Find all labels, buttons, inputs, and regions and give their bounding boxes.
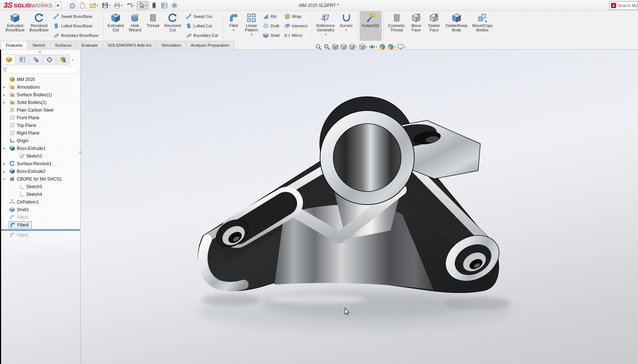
tree-item-fillet4[interactable]: Fillet4 xyxy=(0,221,80,229)
view-settings-dropdown-caret[interactable]: ▾ xyxy=(404,46,406,49)
thread-button[interactable]: Thread xyxy=(144,11,162,40)
expand-arrow-down[interactable]: ▾ xyxy=(3,175,5,183)
swept-cut-button[interactable]: Swept Cut xyxy=(184,13,219,20)
tree-item-sketch1[interactable]: Sketch1 xyxy=(0,152,80,160)
move-face-button[interactable]: Move Face xyxy=(407,11,425,40)
boundary-boss-base-button[interactable]: Boundary Boss/Base xyxy=(52,32,100,39)
delete-keep-body-button[interactable]: Delete/Keep Body xyxy=(443,11,470,40)
tree-item-boss-extrude1[interactable]: ▾Boss-Extrude1 xyxy=(0,144,80,152)
move-copy-bodies-button[interactable]: Move/Copy Bodies xyxy=(470,11,495,40)
extruded-boss-base-button[interactable]: Extruded Boss/Base xyxy=(3,11,27,40)
section-view-button[interactable] xyxy=(331,43,339,51)
revolved-boss-base-button[interactable]: Revolved Boss/Base xyxy=(27,11,51,40)
fillet-dropdown-caret[interactable]: ▾ xyxy=(233,28,234,32)
curves-button[interactable]: Curves▾ xyxy=(338,11,355,40)
fillet-button[interactable]: Fillet▾ xyxy=(225,11,242,40)
tree-item-plain-carbon-steel[interactable]: Plain Carbon Steel xyxy=(0,106,80,114)
panel-tab-configurationmanager[interactable] xyxy=(29,55,43,65)
expand-arrow-right[interactable]: ▸ xyxy=(3,98,5,106)
print-dropdown-caret[interactable]: ▾ xyxy=(121,4,123,7)
expand-arrow-right[interactable]: ▸ xyxy=(3,167,5,175)
tree-item-right-plane[interactable]: Right Plane xyxy=(0,129,80,137)
view-settings-button[interactable]: ▾ xyxy=(397,43,406,51)
search-box[interactable]: Search MySolid xyxy=(609,1,638,10)
display-style-button[interactable]: ▾ xyxy=(348,43,358,51)
panel-tab-displaymanager[interactable] xyxy=(56,55,70,65)
delete-face-button[interactable]: Delete Face xyxy=(425,11,443,40)
curves-dropdown-caret[interactable]: ▾ xyxy=(345,28,347,32)
tree-item-top-plane[interactable]: Top Plane xyxy=(0,121,80,129)
panel-resize-handle[interactable] xyxy=(79,151,82,154)
mirror-button[interactable]: Mirror xyxy=(283,32,309,39)
tree-item-solid-bodies-1[interactable]: ▸Solid Bodies(1) xyxy=(0,98,80,106)
select-dropdown-caret[interactable]: ▾ xyxy=(146,4,147,7)
search-input[interactable]: Search MySolid xyxy=(618,3,638,8)
new-document-button[interactable] xyxy=(78,1,87,10)
save-button[interactable]: ▾ xyxy=(100,1,112,10)
rib-button[interactable]: Rib xyxy=(261,13,281,20)
hide-show-items-button[interactable]: ▾ xyxy=(368,43,378,51)
expand-arrow-right[interactable]: ▸ xyxy=(3,160,5,167)
apply-scene-button[interactable]: ▾ xyxy=(387,43,396,51)
tree-item-sketch3[interactable]: Sketch3 xyxy=(0,183,80,190)
tree-item-origin[interactable]: Origin xyxy=(0,137,80,144)
hole-wizard-button[interactable]: Hole Wizard xyxy=(126,11,144,40)
tree-filter[interactable] xyxy=(1,66,78,74)
extruded-cut-button[interactable]: Extruded Cut xyxy=(105,11,126,40)
tab-features[interactable]: Features xyxy=(1,41,27,49)
lofted-cut-button[interactable]: Lofted Cut xyxy=(184,22,219,30)
3d-part-model[interactable] xyxy=(198,97,507,293)
linear-pattern-dropdown-caret[interactable]: ▾ xyxy=(251,33,252,36)
rollback-bar[interactable] xyxy=(0,229,80,231)
reference-geometry-dropdown-caret[interactable]: ▾ xyxy=(325,33,326,36)
tree-item-boss-extrude2[interactable]: ▸Boss-Extrude2 xyxy=(0,167,80,175)
panel-splitter-handle[interactable] xyxy=(39,51,41,53)
view-cube-dropdown-caret[interactable]: ▾ xyxy=(366,46,368,49)
select-button[interactable]: ▾ xyxy=(137,1,149,10)
save-dropdown-caret[interactable]: ▾ xyxy=(109,4,111,7)
tab-analysis-preparation[interactable]: Analysis Preparation xyxy=(186,41,234,49)
rebuild-button[interactable] xyxy=(149,1,159,10)
panel-tab-featuremanager-design-tree[interactable] xyxy=(2,55,16,65)
view-cube-button[interactable]: ▾ xyxy=(358,43,368,51)
revolved-cut-button[interactable]: Revolved Cut xyxy=(162,11,183,40)
undo-dropdown-caret[interactable]: ▾ xyxy=(134,4,135,7)
zoom-to-area-button[interactable] xyxy=(323,43,331,51)
expand-arrow-right[interactable]: ▸ xyxy=(3,91,5,98)
open-button[interactable]: ▾ xyxy=(88,1,100,10)
instant3d-button[interactable]: Instant3D xyxy=(360,11,381,40)
tab-simulation[interactable]: Simulation xyxy=(156,41,186,49)
options-button[interactable] xyxy=(170,1,179,10)
tab-evaluate[interactable]: Evaluate xyxy=(76,41,103,49)
linear-pattern-button[interactable]: Linear Pattern▾ xyxy=(243,11,260,40)
tree-item-shell1[interactable]: Shell1 xyxy=(0,206,80,213)
tree-item-cbore-for-m4-shcs1[interactable]: ▾CBORE for M4 SHCS1 xyxy=(0,175,80,183)
swept-boss-base-button[interactable]: Swept Boss/Base xyxy=(52,13,100,20)
expand-arrow-right[interactable]: ▸ xyxy=(3,83,5,91)
display-style-dropdown-caret[interactable]: ▾ xyxy=(356,46,357,49)
expand-arrow-down[interactable]: ▾ xyxy=(3,144,5,152)
tree-item-surface-bodies-1[interactable]: ▸Surface Bodies(1) xyxy=(0,91,80,98)
reference-geometry-button[interactable]: Reference Geometry▾ xyxy=(314,11,337,40)
panel-tab-dimxpertmanager[interactable] xyxy=(42,55,56,65)
boundary-cut-button[interactable]: Boundary Cut xyxy=(184,32,219,39)
cosmetic-thread-button[interactable]: Cosmetic Thread xyxy=(386,11,407,40)
undo-button[interactable]: ▾ xyxy=(125,1,137,10)
edit-appearance-button[interactable] xyxy=(378,43,386,51)
tab-surfaces[interactable]: Surfaces xyxy=(50,41,77,49)
panel-tab-propertymanager[interactable] xyxy=(15,55,29,65)
home-button[interactable] xyxy=(68,1,77,10)
draft-button[interactable]: Draft xyxy=(261,22,281,30)
graphics-area[interactable] xyxy=(0,50,638,364)
intersect-button[interactable]: Intersect xyxy=(283,22,309,30)
open-dropdown-caret[interactable]: ▾ xyxy=(97,4,98,7)
panel-tab-overflow-chevron[interactable]: › xyxy=(69,55,76,65)
tree-item-mm-2020[interactable]: MM 2020 xyxy=(0,75,80,83)
tab-solidworks-add-ins[interactable]: SOLIDWORKS Add-Ins xyxy=(103,41,157,49)
zoom-to-fit-button[interactable] xyxy=(315,43,322,51)
tree-item-front-plane[interactable]: Front Plane xyxy=(0,114,80,121)
tree-item-sketch4[interactable]: Sketch4 xyxy=(0,190,80,198)
menu-flyout-arrow[interactable]: ▶ xyxy=(55,1,61,10)
tree-item-annotations[interactable]: ▸Annotations xyxy=(0,83,80,91)
lofted-boss-base-button[interactable]: Lofted Boss/Base xyxy=(52,22,100,30)
